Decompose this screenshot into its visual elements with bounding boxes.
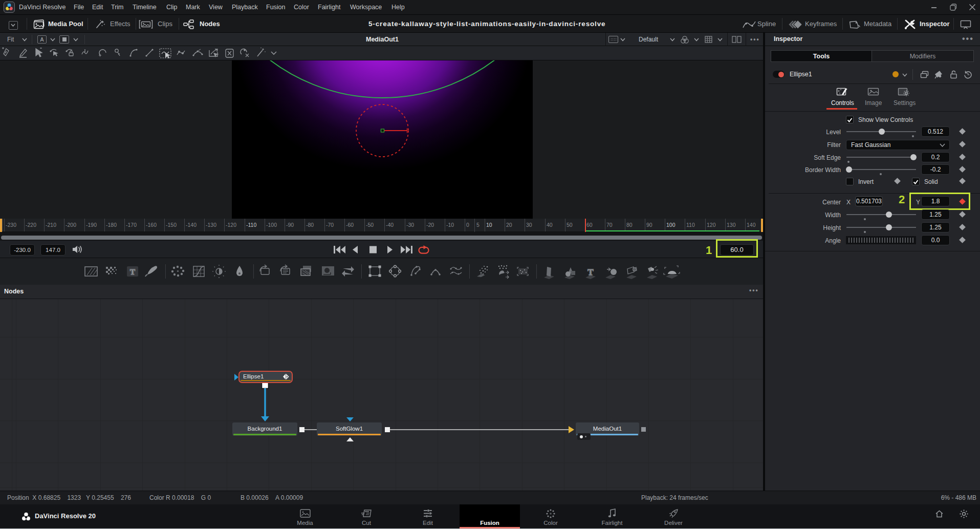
svg-text:T: T (587, 267, 594, 277)
svg-text:T: T (130, 268, 135, 276)
